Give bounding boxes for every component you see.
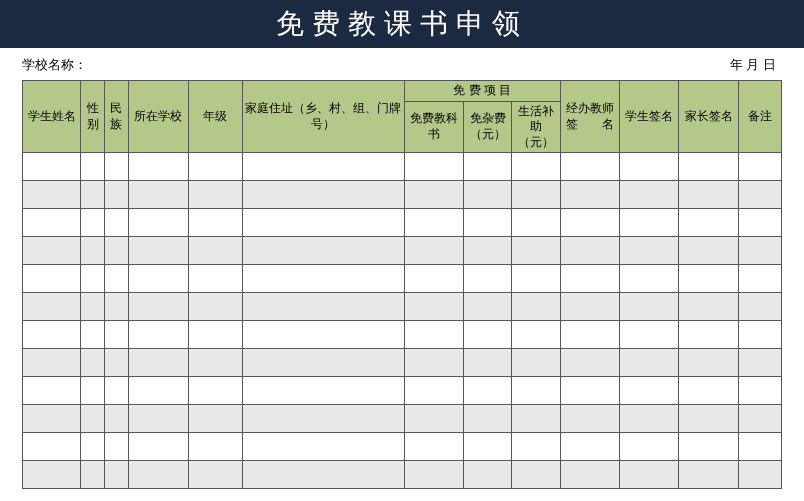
table-cell[interactable]: [81, 265, 105, 293]
table-cell[interactable]: [242, 321, 404, 349]
table-cell[interactable]: [512, 209, 561, 237]
table-cell[interactable]: [242, 461, 404, 489]
table-cell[interactable]: [104, 181, 128, 209]
table-cell[interactable]: [23, 209, 81, 237]
table-cell[interactable]: [738, 349, 781, 377]
table-cell[interactable]: [620, 433, 679, 461]
table-cell[interactable]: [188, 349, 242, 377]
table-cell[interactable]: [738, 321, 781, 349]
table-cell[interactable]: [463, 209, 512, 237]
table-cell[interactable]: [188, 293, 242, 321]
table-cell[interactable]: [463, 405, 512, 433]
table-cell[interactable]: [128, 209, 188, 237]
table-cell[interactable]: [188, 433, 242, 461]
table-cell[interactable]: [463, 181, 512, 209]
table-cell[interactable]: [679, 153, 738, 181]
table-cell[interactable]: [128, 377, 188, 405]
table-cell[interactable]: [188, 237, 242, 265]
table-cell[interactable]: [81, 377, 105, 405]
table-cell[interactable]: [738, 181, 781, 209]
table-cell[interactable]: [188, 377, 242, 405]
table-cell[interactable]: [679, 433, 738, 461]
table-cell[interactable]: [679, 405, 738, 433]
table-cell[interactable]: [81, 181, 105, 209]
table-cell[interactable]: [188, 405, 242, 433]
table-cell[interactable]: [679, 181, 738, 209]
table-cell[interactable]: [512, 461, 561, 489]
table-cell[interactable]: [560, 181, 619, 209]
table-cell[interactable]: [404, 153, 463, 181]
table-cell[interactable]: [81, 321, 105, 349]
table-cell[interactable]: [242, 237, 404, 265]
table-cell[interactable]: [512, 405, 561, 433]
table-cell[interactable]: [128, 349, 188, 377]
table-cell[interactable]: [23, 349, 81, 377]
table-cell[interactable]: [679, 461, 738, 489]
table-cell[interactable]: [560, 237, 619, 265]
table-cell[interactable]: [242, 181, 404, 209]
table-cell[interactable]: [188, 181, 242, 209]
table-cell[interactable]: [23, 237, 81, 265]
table-cell[interactable]: [620, 461, 679, 489]
table-cell[interactable]: [560, 293, 619, 321]
table-cell[interactable]: [104, 433, 128, 461]
table-cell[interactable]: [242, 349, 404, 377]
table-cell[interactable]: [620, 349, 679, 377]
table-cell[interactable]: [404, 293, 463, 321]
table-cell[interactable]: [128, 321, 188, 349]
table-cell[interactable]: [404, 349, 463, 377]
table-cell[interactable]: [104, 461, 128, 489]
table-cell[interactable]: [104, 405, 128, 433]
table-cell[interactable]: [738, 461, 781, 489]
table-cell[interactable]: [404, 461, 463, 489]
table-cell[interactable]: [512, 321, 561, 349]
table-cell[interactable]: [188, 153, 242, 181]
table-cell[interactable]: [620, 377, 679, 405]
table-cell[interactable]: [463, 293, 512, 321]
table-cell[interactable]: [404, 433, 463, 461]
table-cell[interactable]: [81, 461, 105, 489]
table-cell[interactable]: [128, 237, 188, 265]
table-cell[interactable]: [738, 405, 781, 433]
table-cell[interactable]: [242, 153, 404, 181]
table-cell[interactable]: [404, 377, 463, 405]
table-cell[interactable]: [560, 405, 619, 433]
table-cell[interactable]: [560, 377, 619, 405]
table-cell[interactable]: [104, 265, 128, 293]
table-cell[interactable]: [242, 377, 404, 405]
table-cell[interactable]: [560, 461, 619, 489]
table-cell[interactable]: [81, 349, 105, 377]
table-cell[interactable]: [620, 209, 679, 237]
table-cell[interactable]: [104, 377, 128, 405]
table-cell[interactable]: [23, 461, 81, 489]
table-cell[interactable]: [23, 321, 81, 349]
table-cell[interactable]: [463, 377, 512, 405]
table-cell[interactable]: [679, 293, 738, 321]
table-cell[interactable]: [128, 265, 188, 293]
table-cell[interactable]: [188, 265, 242, 293]
table-cell[interactable]: [128, 433, 188, 461]
table-cell[interactable]: [620, 405, 679, 433]
table-cell[interactable]: [81, 293, 105, 321]
table-cell[interactable]: [104, 321, 128, 349]
table-cell[interactable]: [242, 405, 404, 433]
table-cell[interactable]: [81, 405, 105, 433]
table-cell[interactable]: [738, 377, 781, 405]
table-cell[interactable]: [81, 237, 105, 265]
table-cell[interactable]: [738, 237, 781, 265]
table-cell[interactable]: [23, 153, 81, 181]
table-cell[interactable]: [620, 181, 679, 209]
table-cell[interactable]: [404, 321, 463, 349]
table-cell[interactable]: [463, 321, 512, 349]
table-cell[interactable]: [23, 377, 81, 405]
table-cell[interactable]: [463, 433, 512, 461]
table-cell[interactable]: [512, 349, 561, 377]
table-cell[interactable]: [738, 153, 781, 181]
table-cell[interactable]: [23, 265, 81, 293]
table-cell[interactable]: [512, 181, 561, 209]
table-cell[interactable]: [679, 237, 738, 265]
table-cell[interactable]: [242, 209, 404, 237]
table-cell[interactable]: [188, 321, 242, 349]
table-cell[interactable]: [679, 209, 738, 237]
table-cell[interactable]: [81, 153, 105, 181]
